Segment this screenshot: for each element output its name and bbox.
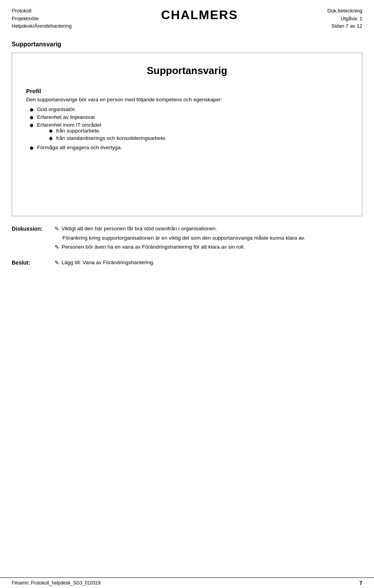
discussion-text-1: Viktigt att den här personen får bra stö…: [62, 226, 217, 231]
beslut-label: Beslut:: [12, 260, 55, 266]
discussion-items: ✎ Viktigt att den här personen får bra s…: [55, 226, 362, 253]
list-item: Förmåga att engagera och övertyga.: [30, 145, 348, 150]
discussion-section: Diskussion: ✎ Viktigt att den här person…: [12, 226, 362, 253]
doc-label: Dok.beteckning: [327, 7, 362, 15]
bullet-with-sub: Erfarenhet inom IT området från supporta…: [37, 122, 167, 143]
bullet-text: Förmåga att engagera och övertyga.: [37, 145, 122, 150]
discussion-item-1: ✎ Viktigt att den här personen får bra s…: [55, 226, 362, 232]
pen-icon-1: ✎: [55, 226, 59, 232]
beslut-section: Beslut: ✎ Lägg till: Vana av Förändrings…: [12, 260, 362, 269]
profil-label: Profil: [26, 88, 348, 94]
beslut-text-1: Lägg till: Vana av Förändringshantering.: [62, 260, 154, 265]
bullet-text: God organisatör.: [37, 106, 76, 112]
discussion-label: Diskussion:: [12, 226, 55, 232]
page-section-title: Supportansvarig: [0, 34, 374, 53]
discussion-text-2: Förankring kring supportorganisationen ä…: [62, 235, 305, 241]
system-name: Helpdesk/Ärendehantering: [12, 22, 72, 30]
page-header: Protokoll Projektmöte Helpdesk/Ärendehan…: [0, 0, 374, 34]
beslut-item-1: ✎ Lägg till: Vana av Förändringshanterin…: [55, 260, 362, 266]
sub-bullet-text: från supportarbete.: [56, 128, 101, 134]
bullet-diamond-icon: [49, 136, 53, 140]
doc-page: Sidan 7 av 12: [327, 22, 362, 30]
header-right: Dok.beteckning Utgåva: 1 Sidan 7 av 12: [327, 7, 362, 30]
profil-intro: Den supportansvarige bör vara en person …: [26, 97, 348, 102]
meeting-type: Projektmöte: [12, 15, 72, 23]
page-footer: Filnamn: Protokoll_helpdesk_SG3_010319 7: [0, 577, 374, 588]
sub-bullet-text: från standardiserings och konsoliderings…: [56, 135, 167, 141]
pen-icon-beslut-1: ✎: [55, 260, 59, 266]
footer-page-number: 7: [359, 580, 362, 586]
bullet-dot-icon: [30, 124, 33, 127]
list-item: Erfarenhet av linjeansvar.: [30, 114, 348, 120]
discussion-text-3: Personen bör även ha en vana av Förändri…: [62, 244, 245, 250]
bullet-dot-icon: [30, 116, 33, 119]
sub-bullet-list: från supportarbete. från standardisering…: [49, 128, 167, 141]
list-item: från supportarbete.: [49, 128, 167, 134]
company-logo: CHALMERS: [161, 8, 238, 22]
discussion-content: Diskussion: ✎ Viktigt att den här person…: [12, 226, 362, 253]
list-item: Erfarenhet inom IT området från supporta…: [30, 122, 348, 143]
bullet-diamond-icon: [49, 129, 53, 133]
bullet-dot-icon: [30, 108, 33, 111]
bullet-text: Erfarenhet inom IT området: [37, 122, 101, 128]
beslut-items: ✎ Lägg till: Vana av Förändringshanterin…: [55, 260, 362, 269]
slide-title: Supportansvarig: [26, 65, 348, 77]
discussion-item-2: Förankring kring supportorganisationen ä…: [55, 235, 362, 241]
pen-icon-3: ✎: [55, 244, 59, 250]
bullet-dot-icon: [30, 147, 33, 150]
footer-filename: Filnamn: Protokoll_helpdesk_SG3_010319: [12, 580, 101, 586]
content-box: Supportansvarig Profil Den supportansvar…: [12, 53, 362, 216]
bullet-text: Erfarenhet av linjeansvar.: [37, 114, 96, 120]
list-item: God organisatör.: [30, 106, 348, 112]
profil-bullet-list: God organisatör. Erfarenhet av linjeansv…: [30, 106, 348, 150]
doc-version: Utgåva: 1: [327, 15, 362, 23]
header-left: Protokoll Projektmöte Helpdesk/Ärendehan…: [12, 7, 72, 30]
doc-type: Protokoll: [12, 7, 72, 15]
discussion-item-3: ✎ Personen bör även ha en vana av Föränd…: [55, 244, 362, 250]
beslut-content: Beslut: ✎ Lägg till: Vana av Förändrings…: [12, 260, 362, 269]
list-item: från standardiserings och konsoliderings…: [49, 135, 167, 141]
